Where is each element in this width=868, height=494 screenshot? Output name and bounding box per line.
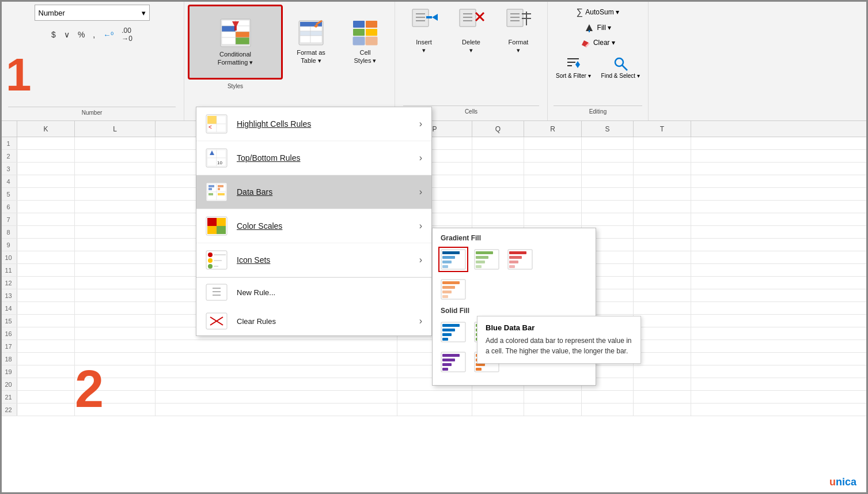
newrule-icon: [206, 284, 228, 301]
blue-solid-bar-button[interactable]: [438, 319, 468, 345]
autosum-button[interactable]: ∑ AutoSum ▾: [574, 6, 621, 18]
menu-item-newrule[interactable]: New Rule...: [196, 278, 431, 307]
svg-rect-84: [217, 226, 226, 234]
svg-rect-117: [442, 281, 460, 284]
col-header-l: L: [75, 121, 156, 137]
blue-solid-bar-icon: [441, 322, 466, 342]
cell-styles-button[interactable]: Cell Styles ▾: [339, 5, 391, 80]
insert-button[interactable]: Insert ▾: [403, 6, 445, 57]
colorscales-label: Color Scales: [237, 221, 410, 231]
delete-button[interactable]: Delete ▾: [450, 6, 492, 57]
percent-btn[interactable]: %: [75, 29, 87, 40]
svg-rect-75: [209, 188, 212, 190]
sort-filter-button[interactable]: Sort & Filter ▾: [554, 54, 593, 80]
cell-l1[interactable]: [75, 137, 156, 149]
format-button[interactable]: Format ▾: [498, 6, 539, 57]
clear-button[interactable]: Clear ▾: [578, 37, 617, 48]
cell-k1[interactable]: [17, 137, 75, 149]
svg-rect-145: [476, 368, 482, 371]
blue-gradient-bar-button[interactable]: [438, 247, 468, 272]
clearrules-icon: [206, 312, 228, 330]
blue-gradient-bar-icon: [441, 249, 466, 270]
databars-icon: [206, 182, 228, 202]
conditional-formatting-icon: [219, 18, 252, 48]
svg-point-87: [208, 258, 213, 263]
number-row: $ ∨ % , ←⁰ .00→0: [49, 25, 135, 44]
unica-rest-letters: nica: [836, 476, 856, 488]
svg-rect-118: [442, 286, 455, 289]
menu-item-topbottom[interactable]: 10 Top/Bottom Rules ›: [196, 141, 431, 175]
table-row[interactable]: 7: [0, 213, 868, 226]
databars-label: Data Bars: [237, 187, 410, 197]
purple-solid-bar-button[interactable]: [438, 349, 468, 375]
format-as-table-button[interactable]: Format as Table ▾: [285, 5, 337, 80]
fill-button[interactable]: Fill ▾: [582, 22, 614, 33]
svg-rect-110: [476, 265, 482, 268]
sort-filter-label: Sort & Filter ▾: [556, 73, 591, 79]
iconsets-icon: [206, 250, 228, 270]
menu-item-iconsets[interactable]: Icon Sets ›: [196, 243, 431, 277]
editing-label: Editing: [554, 105, 642, 115]
table-row[interactable]: 5: [0, 188, 868, 201]
step1-badge: 1: [6, 52, 32, 98]
format-table-icon: [298, 20, 324, 46]
databars-arrow: ›: [419, 187, 422, 197]
green-gradient-bar-button[interactable]: [472, 247, 502, 272]
svg-rect-120: [442, 295, 448, 298]
svg-marker-53: [575, 61, 580, 68]
table-row[interactable]: 6: [0, 201, 868, 213]
cell-r1[interactable]: [524, 137, 582, 149]
topbottom-label: Top/Bottom Rules: [237, 153, 410, 163]
cell-s1[interactable]: [582, 137, 634, 149]
svg-rect-140: [442, 368, 448, 371]
step2-badge: 2: [75, 363, 104, 415]
svg-rect-60: [217, 124, 226, 132]
svg-rect-77: [218, 188, 220, 190]
menu-item-colorscales[interactable]: Color Scales ›: [196, 209, 431, 243]
colorscales-arrow: ›: [419, 221, 422, 231]
svg-rect-107: [476, 251, 493, 254]
highlight-cells-label: Highlight Cells Rules: [237, 119, 410, 129]
caret-btn[interactable]: ∨: [62, 29, 72, 40]
find-select-button[interactable]: Find & Select ▾: [599, 54, 642, 80]
cells-section: Insert ▾ Delete ▾: [395, 0, 548, 120]
dollar-btn[interactable]: $: [49, 29, 58, 40]
clearrules-arrow: ›: [419, 316, 422, 326]
svg-rect-23: [353, 29, 365, 36]
menu-item-highlight-cells[interactable]: < Highlight Cells Rules ›: [196, 107, 431, 141]
cell-styles-icon: [352, 20, 378, 46]
table-row[interactable]: 22: [0, 404, 868, 416]
conditional-label: Conditional Formatting ▾: [218, 50, 253, 67]
red-gradient-bar-button[interactable]: [505, 247, 535, 272]
increase-decimal-btn[interactable]: ←⁰: [101, 29, 116, 40]
svg-rect-17: [300, 36, 310, 43]
svg-rect-6: [236, 32, 249, 37]
col-header-r: R: [524, 121, 582, 137]
table-row[interactable]: 4: [0, 175, 868, 188]
table-row[interactable]: 2: [0, 150, 868, 163]
svg-rect-103: [442, 256, 455, 259]
insert-icon: [410, 8, 438, 38]
highlight-cells-arrow: ›: [419, 119, 422, 129]
gradient-fill-row2: [438, 277, 590, 302]
cell-t1[interactable]: [634, 137, 691, 149]
menu-item-databars[interactable]: Data Bars ›: [196, 175, 431, 209]
conditional-formatting-button[interactable]: Conditional Formatting ▾: [188, 5, 283, 80]
svg-rect-15: [300, 31, 310, 36]
comma-btn[interactable]: ,: [90, 29, 97, 40]
cell-q1[interactable]: [472, 137, 524, 149]
format-label: Format ▾: [509, 38, 529, 55]
menu-item-clearrules[interactable]: Clear Rules ›: [196, 307, 431, 335]
table-row[interactable]: 3: [0, 163, 868, 175]
svg-rect-3: [222, 26, 236, 32]
table-row[interactable]: 1: [0, 137, 868, 150]
table-row[interactable]: 21: [0, 391, 868, 404]
purple-solid-bar-icon: [441, 352, 466, 372]
orange-gradient-bar-button[interactable]: [438, 277, 468, 302]
svg-rect-109: [476, 261, 485, 263]
svg-rect-58: [217, 116, 226, 124]
svg-line-55: [622, 65, 627, 70]
svg-rect-139: [442, 363, 452, 366]
number-dropdown[interactable]: Number ▾: [35, 5, 150, 21]
decrease-decimal-btn[interactable]: .00→0: [119, 25, 135, 44]
